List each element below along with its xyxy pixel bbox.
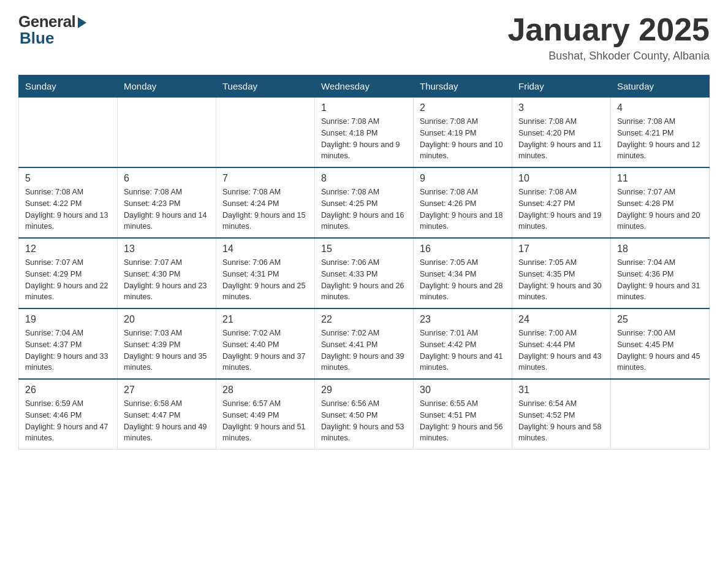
- calendar-cell: [216, 97, 315, 167]
- calendar-week-row: 12Sunrise: 7:07 AMSunset: 4:29 PMDayligh…: [19, 238, 710, 308]
- calendar-cell: 2Sunrise: 7:08 AMSunset: 4:19 PMDaylight…: [414, 97, 512, 167]
- calendar-cell: 16Sunrise: 7:05 AMSunset: 4:34 PMDayligh…: [414, 238, 512, 308]
- title-area: January 2025 Bushat, Shkoder County, Alb…: [507, 12, 710, 63]
- calendar-cell: 28Sunrise: 6:57 AMSunset: 4:49 PMDayligh…: [216, 379, 315, 450]
- calendar-cell: 3Sunrise: 7:08 AMSunset: 4:20 PMDaylight…: [512, 97, 611, 167]
- day-number: 28: [222, 385, 308, 396]
- calendar-cell: 25Sunrise: 7:00 AMSunset: 4:45 PMDayligh…: [611, 308, 710, 379]
- calendar-cell: 15Sunrise: 7:06 AMSunset: 4:33 PMDayligh…: [315, 238, 414, 308]
- calendar-cell: [19, 97, 118, 167]
- calendar-cell: 8Sunrise: 7:08 AMSunset: 4:25 PMDaylight…: [315, 167, 414, 238]
- calendar-cell: 26Sunrise: 6:59 AMSunset: 4:46 PMDayligh…: [19, 379, 118, 450]
- day-number: 5: [25, 173, 111, 184]
- calendar-cell: 10Sunrise: 7:08 AMSunset: 4:27 PMDayligh…: [512, 167, 611, 238]
- day-info: Sunrise: 7:08 AMSunset: 4:27 PMDaylight:…: [518, 186, 604, 232]
- day-info: Sunrise: 7:08 AMSunset: 4:21 PMDaylight:…: [617, 116, 703, 162]
- day-info: Sunrise: 7:08 AMSunset: 4:19 PMDaylight:…: [420, 116, 506, 162]
- day-info: Sunrise: 7:03 AMSunset: 4:39 PMDaylight:…: [124, 327, 210, 373]
- calendar-week-row: 26Sunrise: 6:59 AMSunset: 4:46 PMDayligh…: [19, 379, 710, 450]
- day-info: Sunrise: 7:02 AMSunset: 4:41 PMDaylight:…: [321, 327, 407, 373]
- calendar-cell: 18Sunrise: 7:04 AMSunset: 4:36 PMDayligh…: [611, 238, 710, 308]
- day-info: Sunrise: 7:06 AMSunset: 4:33 PMDaylight:…: [321, 257, 407, 303]
- calendar-week-row: 1Sunrise: 7:08 AMSunset: 4:18 PMDaylight…: [19, 97, 710, 167]
- logo-arrow-icon: [78, 17, 86, 28]
- day-info: Sunrise: 7:08 AMSunset: 4:25 PMDaylight:…: [321, 186, 407, 232]
- day-info: Sunrise: 7:05 AMSunset: 4:34 PMDaylight:…: [420, 257, 506, 303]
- day-info: Sunrise: 7:04 AMSunset: 4:36 PMDaylight:…: [617, 257, 703, 303]
- day-info: Sunrise: 7:00 AMSunset: 4:44 PMDaylight:…: [518, 327, 604, 373]
- day-info: Sunrise: 7:05 AMSunset: 4:35 PMDaylight:…: [518, 257, 604, 303]
- day-number: 15: [321, 243, 407, 255]
- calendar-header-friday: Friday: [512, 75, 611, 97]
- calendar-cell: 19Sunrise: 7:04 AMSunset: 4:37 PMDayligh…: [19, 308, 118, 379]
- day-number: 20: [124, 314, 210, 325]
- day-number: 6: [124, 173, 210, 184]
- calendar-table: SundayMondayTuesdayWednesdayThursdayFrid…: [18, 75, 710, 450]
- calendar-cell: 29Sunrise: 6:56 AMSunset: 4:50 PMDayligh…: [315, 379, 414, 450]
- day-info: Sunrise: 7:07 AMSunset: 4:28 PMDaylight:…: [617, 186, 703, 232]
- day-number: 7: [222, 173, 308, 184]
- day-info: Sunrise: 6:55 AMSunset: 4:51 PMDaylight:…: [420, 398, 506, 444]
- page-header: General Blue January 2025 Bushat, Shkode…: [18, 12, 710, 63]
- calendar-cell: 21Sunrise: 7:02 AMSunset: 4:40 PMDayligh…: [216, 308, 315, 379]
- day-number: 25: [617, 314, 703, 325]
- day-number: 14: [222, 243, 308, 255]
- day-info: Sunrise: 7:04 AMSunset: 4:37 PMDaylight:…: [25, 327, 111, 373]
- day-info: Sunrise: 7:08 AMSunset: 4:22 PMDaylight:…: [25, 186, 111, 232]
- calendar-cell: 1Sunrise: 7:08 AMSunset: 4:18 PMDaylight…: [315, 97, 414, 167]
- day-number: 3: [518, 102, 604, 113]
- day-info: Sunrise: 7:07 AMSunset: 4:29 PMDaylight:…: [25, 257, 111, 303]
- day-number: 18: [617, 243, 703, 255]
- day-number: 13: [124, 243, 210, 255]
- day-number: 31: [518, 385, 604, 396]
- day-number: 23: [420, 314, 506, 325]
- day-info: Sunrise: 7:07 AMSunset: 4:30 PMDaylight:…: [124, 257, 210, 303]
- calendar-cell: 17Sunrise: 7:05 AMSunset: 4:35 PMDayligh…: [512, 238, 611, 308]
- logo: General Blue: [18, 12, 86, 48]
- day-info: Sunrise: 6:59 AMSunset: 4:46 PMDaylight:…: [25, 398, 111, 444]
- day-number: 8: [321, 173, 407, 184]
- day-info: Sunrise: 7:06 AMSunset: 4:31 PMDaylight:…: [222, 257, 308, 303]
- day-number: 21: [222, 314, 308, 325]
- day-info: Sunrise: 7:08 AMSunset: 4:26 PMDaylight:…: [420, 186, 506, 232]
- day-number: 11: [617, 173, 703, 184]
- calendar-header-tuesday: Tuesday: [216, 75, 315, 97]
- day-number: 4: [617, 102, 703, 113]
- calendar-header-wednesday: Wednesday: [315, 75, 414, 97]
- logo-blue-text: Blue: [18, 29, 54, 48]
- calendar-cell: 7Sunrise: 7:08 AMSunset: 4:24 PMDaylight…: [216, 167, 315, 238]
- day-info: Sunrise: 7:08 AMSunset: 4:23 PMDaylight:…: [124, 186, 210, 232]
- calendar-cell: 5Sunrise: 7:08 AMSunset: 4:22 PMDaylight…: [19, 167, 118, 238]
- day-number: 19: [25, 314, 111, 325]
- day-info: Sunrise: 7:08 AMSunset: 4:24 PMDaylight:…: [222, 186, 308, 232]
- day-number: 16: [420, 243, 506, 255]
- calendar-header-row: SundayMondayTuesdayWednesdayThursdayFrid…: [19, 75, 710, 97]
- calendar-cell: 22Sunrise: 7:02 AMSunset: 4:41 PMDayligh…: [315, 308, 414, 379]
- calendar-week-row: 5Sunrise: 7:08 AMSunset: 4:22 PMDaylight…: [19, 167, 710, 238]
- day-info: Sunrise: 6:56 AMSunset: 4:50 PMDaylight:…: [321, 398, 407, 444]
- day-number: 2: [420, 102, 506, 113]
- subtitle: Bushat, Shkoder County, Albania: [507, 50, 710, 63]
- day-number: 29: [321, 385, 407, 396]
- calendar-header-monday: Monday: [118, 75, 216, 97]
- day-number: 27: [124, 385, 210, 396]
- calendar-cell: [611, 379, 710, 450]
- calendar-cell: 31Sunrise: 6:54 AMSunset: 4:52 PMDayligh…: [512, 379, 611, 450]
- page-title: January 2025: [507, 12, 710, 47]
- calendar-header-thursday: Thursday: [414, 75, 512, 97]
- calendar-cell: 4Sunrise: 7:08 AMSunset: 4:21 PMDaylight…: [611, 97, 710, 167]
- day-number: 30: [420, 385, 506, 396]
- day-info: Sunrise: 6:57 AMSunset: 4:49 PMDaylight:…: [222, 398, 308, 444]
- day-info: Sunrise: 7:08 AMSunset: 4:18 PMDaylight:…: [321, 116, 407, 162]
- calendar-cell: 13Sunrise: 7:07 AMSunset: 4:30 PMDayligh…: [118, 238, 216, 308]
- calendar-header-saturday: Saturday: [611, 75, 710, 97]
- day-info: Sunrise: 7:02 AMSunset: 4:40 PMDaylight:…: [222, 327, 308, 373]
- day-number: 26: [25, 385, 111, 396]
- calendar-cell: 6Sunrise: 7:08 AMSunset: 4:23 PMDaylight…: [118, 167, 216, 238]
- day-number: 12: [25, 243, 111, 255]
- calendar-cell: 12Sunrise: 7:07 AMSunset: 4:29 PMDayligh…: [19, 238, 118, 308]
- day-info: Sunrise: 7:01 AMSunset: 4:42 PMDaylight:…: [420, 327, 506, 373]
- calendar-cell: 30Sunrise: 6:55 AMSunset: 4:51 PMDayligh…: [414, 379, 512, 450]
- day-info: Sunrise: 7:00 AMSunset: 4:45 PMDaylight:…: [617, 327, 703, 373]
- day-number: 9: [420, 173, 506, 184]
